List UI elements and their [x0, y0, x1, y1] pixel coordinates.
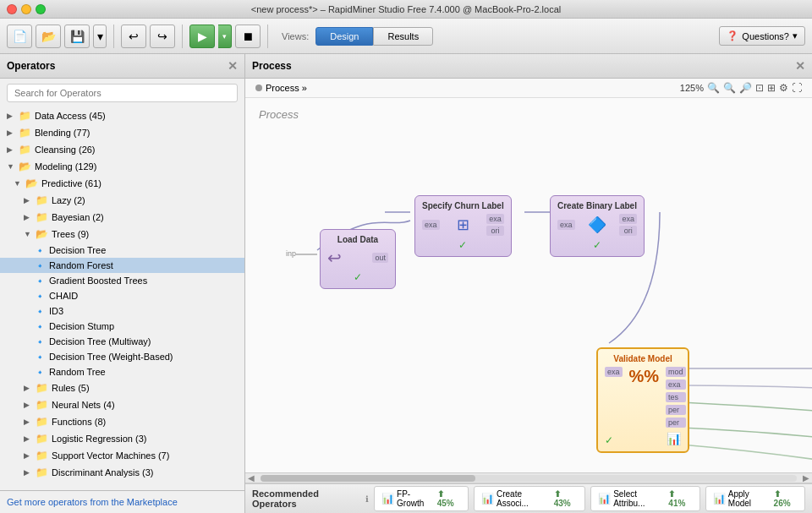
help-button[interactable]: ❓ Questions? ▾: [719, 26, 805, 46]
scroll-right-icon[interactable]: ▶: [800, 473, 812, 483]
maximize-canvas-icon[interactable]: ⛶: [792, 82, 802, 94]
folder-icon: 📁: [36, 467, 48, 478]
leaf-icon: 🔹: [34, 322, 46, 331]
tree-item-bayesian[interactable]: ▶ 📁 Bayesian (2): [0, 209, 244, 226]
left-ports: exa: [557, 220, 575, 230]
create-associ-icon: 📊: [481, 493, 494, 505]
load-data-body: ↩ out: [327, 248, 388, 268]
specify-churn-node: Specify Churn Label exa ⊞ exa ori ✓: [414, 195, 512, 257]
marketplace-link[interactable]: Get more operators from the Marketplace: [7, 497, 178, 507]
expand-icon: ▶: [24, 384, 32, 392]
canvas-label: Process: [259, 108, 299, 121]
tree-item-label: CHAID: [49, 291, 78, 301]
folder-icon: 📁: [36, 416, 48, 428]
main-area: Operators ✕ ▶ 📁 Data Access (45) ▶ 📁 Ble…: [0, 54, 812, 513]
minimize-button[interactable]: [21, 4, 31, 14]
folder-icon: 📂: [19, 161, 31, 172]
operators-title: Operators: [7, 60, 55, 72]
tree-item-neural-nets[interactable]: ▶ 📁 Neural Nets (4): [0, 396, 244, 413]
create-binary-title: Create Binary Label: [557, 201, 637, 210]
search-input[interactable]: [7, 84, 238, 102]
tree-item-decision-tree-weight[interactable]: 🔹 Decision Tree (Weight-Based): [0, 349, 244, 364]
tree-item-cleansing[interactable]: ▶ 📁 Cleansing (26): [0, 141, 244, 158]
folder-icon: 📁: [36, 211, 48, 223]
tree-item-functions[interactable]: ▶ 📁 Functions (8): [0, 413, 244, 430]
panel-footer: Get more operators from the Marketplace: [0, 490, 244, 513]
tree-item-label: Discriminant Analysis (3): [52, 467, 153, 478]
tree-item-id3[interactable]: 🔹 ID3: [0, 303, 244, 319]
run-dropdown[interactable]: ▾: [218, 25, 232, 48]
toolbar-right: ❓ Questions? ▾: [719, 26, 805, 46]
rec-item-select-attribu[interactable]: 📊 Select Attribu... ⬆ 41%: [590, 486, 700, 511]
tree-item-decision-stump[interactable]: 🔹 Decision Stump: [0, 319, 244, 334]
rec-item-apply-model[interactable]: 📊 Apply Model ⬆ 26%: [705, 486, 805, 511]
close-button[interactable]: [7, 4, 17, 14]
run-button[interactable]: ▶: [189, 25, 215, 48]
tab-results[interactable]: Results: [373, 27, 433, 46]
fit-icon[interactable]: ⊡: [755, 82, 764, 94]
rec-item-label: Apply Model: [728, 489, 771, 508]
tree-item-random-forest[interactable]: 🔹 Random Forest: [0, 258, 244, 273]
validate-right-ports: mod exa tes per per: [666, 367, 686, 428]
scroll-left-icon[interactable]: ◀: [245, 473, 257, 483]
rec-item-pct: ⬆ 45%: [437, 489, 461, 508]
tree-item-label: Decision Tree: [49, 245, 106, 255]
leaf-icon: 🔹: [34, 246, 46, 255]
tree-item-gradient-boosted[interactable]: 🔹 Gradient Boosted Trees: [0, 273, 244, 288]
zoom-out-icon[interactable]: 🔍: [723, 82, 736, 94]
check-mark: ✓: [422, 239, 504, 251]
out-port: out: [372, 253, 388, 263]
tree-item-label: Cleansing (26): [35, 145, 96, 155]
tree-item-decision-tree-multiway[interactable]: 🔹 Decision Tree (Multiway): [0, 334, 244, 349]
tree-item-lazy[interactable]: ▶ 📁 Lazy (2): [0, 192, 244, 209]
zoom-search-icon[interactable]: 🔍: [707, 82, 720, 94]
process-canvas[interactable]: Process inp: [245, 98, 812, 472]
undo-button[interactable]: ↩: [121, 25, 146, 48]
tree-item-trees[interactable]: ▼ 📂 Trees (9): [0, 226, 244, 243]
tree-item-blending[interactable]: ▶ 📁 Blending (77): [0, 124, 244, 141]
tree-item-data-access[interactable]: ▶ 📁 Data Access (45): [0, 107, 244, 124]
scrollbar-thumb[interactable]: [261, 475, 475, 482]
apply-model-icon: 📊: [713, 493, 726, 505]
tree-item-chaid[interactable]: 🔹 CHAID: [0, 288, 244, 303]
right-ports: exa ori: [486, 214, 504, 236]
tree-item-discriminant[interactable]: ▶ 📁 Discriminant Analysis (3): [0, 464, 244, 481]
stop-button[interactable]: ⏹: [235, 25, 261, 48]
specify-churn-body: exa ⊞ exa ori: [422, 214, 504, 236]
rec-item-pct: ⬆ 26%: [774, 489, 798, 508]
check-mark: ✓: [327, 271, 388, 283]
tree-item-modeling[interactable]: ▼ 📂 Modeling (129): [0, 158, 244, 175]
tree-item-label: Support Vector Machines (7): [52, 450, 169, 461]
leaf-icon: 🔹: [34, 292, 46, 301]
zoom-in-icon[interactable]: 🔎: [739, 82, 752, 94]
tree-item-rules[interactable]: ▶ 📁 Rules (5): [0, 379, 244, 396]
tree-item-random-tree[interactable]: 🔹 Random Tree: [0, 364, 244, 379]
exa-port: exa: [666, 379, 686, 390]
layout-icon[interactable]: ⊞: [767, 82, 776, 94]
breadcrumb-text[interactable]: Process »: [266, 83, 307, 93]
maximize-button[interactable]: [36, 4, 46, 14]
save-dropdown[interactable]: ▾: [93, 25, 107, 48]
rec-item-create-associ[interactable]: 📊 Create Associ... ⬆ 43%: [474, 486, 585, 511]
rec-item-pct: ⬆ 43%: [554, 489, 578, 508]
save-button[interactable]: 💾: [64, 25, 90, 48]
folder-icon: 📁: [36, 194, 48, 206]
tree-item-svm[interactable]: ▶ 📁 Support Vector Machines (7): [0, 447, 244, 464]
scrollbar-track[interactable]: [261, 475, 797, 482]
close-panel-button[interactable]: ✕: [228, 59, 238, 73]
rec-item-fp-growth[interactable]: 📊 FP-Growth ⬆ 45%: [374, 486, 469, 511]
close-process-button[interactable]: ✕: [795, 59, 805, 73]
tree-item-predictive[interactable]: ▼ 📂 Predictive (61): [0, 175, 244, 192]
views-label: Views:: [282, 31, 309, 41]
tree-item-logistic-regression[interactable]: ▶ 📁 Logistic Regression (3): [0, 430, 244, 447]
tab-design[interactable]: Design: [315, 27, 373, 46]
settings-icon[interactable]: ⚙: [779, 82, 788, 94]
validate-body: exa %% mod exa tes per per: [605, 367, 681, 428]
bottom-scrollbar[interactable]: ◀ ▶: [245, 472, 812, 483]
new-button[interactable]: 📄: [7, 25, 32, 48]
tes-port: tes: [666, 392, 686, 402]
process-dot: [255, 85, 262, 91]
redo-button[interactable]: ↪: [150, 25, 175, 48]
tree-item-decision-tree[interactable]: 🔹 Decision Tree: [0, 243, 244, 258]
open-button[interactable]: 📂: [36, 25, 61, 48]
